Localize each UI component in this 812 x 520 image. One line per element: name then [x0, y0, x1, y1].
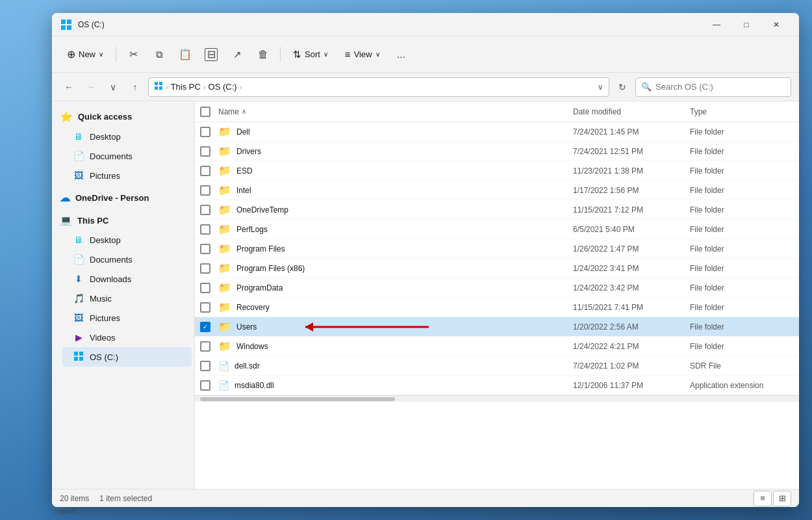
svg-rect-4 [155, 82, 158, 85]
row-check-cell [200, 263, 218, 274]
sidebar-item-desktop-qa[interactable]: 🖥 Desktop [62, 127, 192, 146]
videos-pc-icon: ▶ [73, 332, 84, 343]
sidebar-quickaccess-header[interactable]: ⭐ Quick access [52, 107, 194, 127]
file-row[interactable]: ✓ 📁 Users 1/20/2022 2:56 AM File folder [195, 317, 799, 337]
file-row[interactable]: 📁 ProgramData 1/24/2022 3:42 PM File fol… [195, 278, 799, 298]
row-checkbox[interactable] [200, 127, 210, 137]
sidebar-item-downloads-pc[interactable]: ⬇ Downloads [62, 269, 192, 289]
file-row[interactable]: 📄 msdia80.dll 12/1/2006 11:37 PM Applica… [195, 376, 799, 395]
minimize-button[interactable]: — [702, 13, 731, 36]
file-row[interactable]: 📁 Recovery 11/15/2021 7:41 PM File folde… [195, 298, 799, 317]
new-label: New [79, 49, 95, 59]
breadcrumb-osc[interactable]: OS (C:) [209, 82, 237, 92]
file-row[interactable]: 📄 dell.sdr 7/24/2021 1:02 PM SDR File [195, 356, 799, 376]
row-checkbox[interactable] [200, 166, 210, 176]
copy-button[interactable]: ⧉ [147, 43, 171, 66]
file-row[interactable]: 📁 ESD 11/23/2021 1:38 PM File folder [195, 161, 799, 181]
folder-icon: 📁 [218, 203, 231, 216]
sort-label: Sort [305, 49, 320, 59]
row-checkbox[interactable] [200, 205, 210, 215]
downloads-pc-icon: ⬇ [73, 274, 84, 284]
quickaccess-icon: ⭐ [60, 110, 73, 123]
header-date[interactable]: Date modified [573, 107, 690, 116]
paste-icon: 📋 [179, 48, 192, 60]
breadcrumb-thispc[interactable]: This PC [171, 82, 201, 92]
rename-button[interactable]: ⊟ [199, 43, 223, 66]
row-name: Windows [236, 342, 268, 351]
search-input[interactable] [655, 82, 785, 92]
pictures-pc-icon: 🖼 [73, 313, 84, 323]
forward-button[interactable]: → [82, 78, 100, 96]
file-row[interactable]: 📁 Program Files 1/26/2022 1:47 PM File f… [195, 239, 799, 259]
file-row[interactable]: 📁 Drivers 7/24/2021 12:51 PM File folder [195, 142, 799, 161]
horizontal-scrollbar[interactable] [195, 395, 799, 402]
paste-button[interactable]: 📋 [173, 43, 197, 66]
cut-button[interactable]: ✂ [121, 43, 145, 66]
sort-button[interactable]: ⇅ Sort ∨ [286, 43, 335, 66]
maximize-button[interactable]: □ [731, 13, 761, 36]
row-checkbox[interactable]: ✓ [200, 322, 210, 332]
file-row[interactable]: 📁 OneDriveTemp 11/15/2021 7:12 PM File f… [195, 200, 799, 220]
sidebar-item-music-pc[interactable]: 🎵 Music [62, 289, 192, 308]
sidebar-item-documents-qa[interactable]: 📄 Documents [62, 146, 192, 166]
file-row[interactable]: 📁 Program Files (x86) 1/24/2022 3:41 PM … [195, 259, 799, 278]
row-checkbox[interactable] [200, 146, 210, 157]
file-row[interactable]: 📁 Windows 1/24/2022 4:21 PM File folder [195, 337, 799, 356]
search-bar[interactable]: 🔍 [635, 77, 791, 97]
folder-icon: 📁 [218, 184, 231, 196]
more-button[interactable]: ... [390, 43, 413, 66]
grid-view-button[interactable]: ⊞ [773, 491, 791, 506]
row-checkbox[interactable] [200, 224, 210, 235]
header-type[interactable]: Type [690, 107, 794, 116]
row-checkbox[interactable] [200, 244, 210, 254]
sidebar-item-documents-pc[interactable]: 📄 Documents [62, 250, 192, 269]
refresh-button[interactable]: ↻ [613, 78, 631, 96]
h-scrollbar-thumb[interactable] [200, 397, 395, 401]
pictures-qa-label: Pictures [90, 171, 120, 181]
row-checkbox[interactable] [200, 380, 210, 391]
share-button[interactable]: ↗ [225, 43, 249, 66]
file-row[interactable]: 📁 Dell 7/24/2021 1:45 PM File folder [195, 122, 799, 142]
breadcrumb-sep-2: › [203, 83, 206, 91]
sidebar-item-desktop-pc[interactable]: 🖥 Desktop [62, 230, 192, 250]
close-button[interactable]: ✕ [761, 13, 791, 36]
folder-icon: 📁 [218, 223, 231, 235]
sidebar-item-videos-pc[interactable]: ▶ Videos [62, 328, 192, 347]
select-all-checkbox[interactable] [200, 107, 210, 117]
row-checkbox[interactable] [200, 185, 210, 196]
view-label: View [354, 49, 372, 59]
sidebar-quickaccess-label: Quick access [78, 112, 132, 122]
back-button[interactable]: ← [60, 78, 78, 96]
row-checkbox[interactable] [200, 341, 210, 352]
row-checkbox[interactable] [200, 361, 210, 371]
sidebar-item-pictures-pc[interactable]: 🖼 Pictures [62, 308, 192, 328]
row-name-cell: 📁 OneDriveTemp [218, 203, 573, 216]
row-checkbox[interactable] [200, 283, 210, 293]
recent-button[interactable]: ∨ [104, 78, 122, 96]
up-button[interactable]: ↑ [126, 78, 144, 96]
file-row[interactable]: 📁 PerfLogs 6/5/2021 5:40 PM File folder [195, 220, 799, 239]
file-icon: 📄 [218, 361, 229, 371]
row-checkbox[interactable] [200, 263, 210, 274]
row-type: File folder [690, 186, 794, 195]
row-check-cell [200, 361, 218, 371]
sidebar-item-os-c[interactable]: OS (C:) [62, 347, 192, 367]
sidebar-thispc-header[interactable]: 💻 This PC [52, 211, 194, 230]
breadcrumb-bar[interactable]: › This PC › OS (C:) › ∨ [148, 77, 609, 97]
list-view-button[interactable]: ≡ [754, 491, 772, 506]
row-checkbox[interactable] [200, 302, 210, 313]
new-button[interactable]: ⊕ New ∨ [60, 43, 110, 66]
file-row[interactable]: 📁 Intel 1/17/2022 1:56 PM File folder [195, 181, 799, 200]
documents-qa-icon: 📄 [73, 151, 84, 161]
breadcrumb-dropdown[interactable]: ∨ [598, 83, 603, 92]
view-button[interactable]: ≡ View ∨ [338, 43, 387, 66]
header-name[interactable]: Name ∧ [218, 107, 573, 116]
sidebar-onedrive-header[interactable]: ☁ OneDrive - Person [52, 188, 194, 208]
row-check-cell [200, 224, 218, 235]
row-check-cell [200, 185, 218, 196]
sidebar-item-pictures-qa[interactable]: 🖼 Pictures [62, 166, 192, 185]
sidebar-quickaccess-items: 🖥 Desktop 📄 Documents 🖼 Pictures [52, 127, 194, 185]
onedrive-icon: ☁ [60, 192, 70, 204]
delete-button[interactable]: 🗑 [251, 43, 275, 66]
rename-icon: ⊟ [205, 48, 218, 61]
